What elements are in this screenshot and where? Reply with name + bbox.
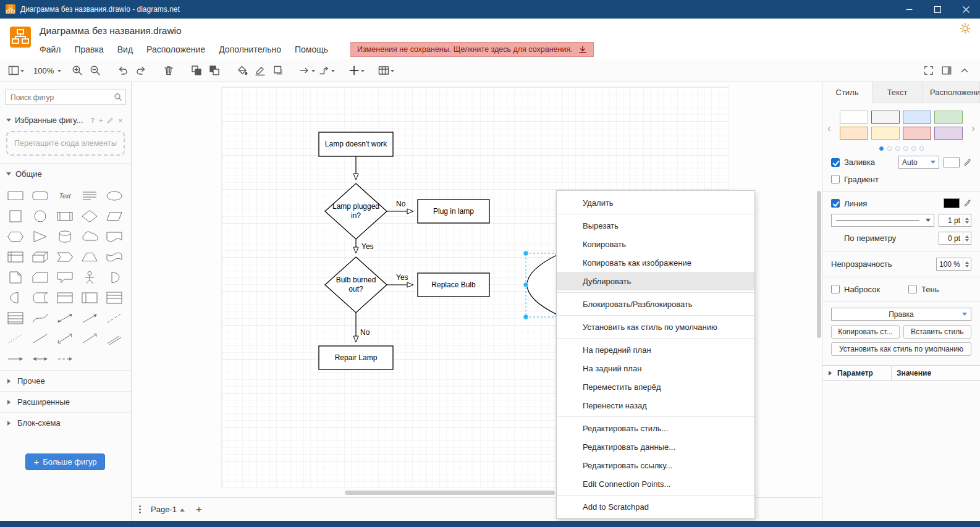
- menu-item-edit-data[interactable]: Редактировать данные...: [557, 437, 754, 456]
- shape-tool-or[interactable]: [102, 267, 127, 287]
- selection-handle[interactable]: [523, 282, 528, 287]
- pages-menu-icon[interactable]: [139, 505, 141, 513]
- shape-tool-dashed-line[interactable]: [102, 308, 127, 328]
- shape-tool-actor[interactable]: [77, 267, 102, 287]
- collapse-toolbar-button[interactable]: [957, 62, 972, 78]
- selected-shape[interactable]: [527, 255, 558, 315]
- shape-tool-bidirectional-connector[interactable]: [53, 328, 77, 348]
- shape-tool-link[interactable]: [102, 328, 127, 348]
- edit-style-select[interactable]: Правка: [831, 308, 971, 321]
- canvas-horizontal-scrollbar[interactable]: [345, 491, 555, 495]
- shape-tool-bidirectional-arrow[interactable]: [53, 308, 77, 328]
- shape-tool-list[interactable]: [102, 287, 127, 308]
- line-width-stepper[interactable]: 1 pt: [939, 214, 971, 227]
- fill-color-swatch[interactable]: [944, 158, 960, 167]
- shape-tool-rounded-rectangle[interactable]: [28, 185, 53, 206]
- line-color-button[interactable]: [253, 62, 268, 78]
- shape-tool-step[interactable]: [53, 247, 77, 267]
- property-column-header[interactable]: Параметр: [822, 366, 892, 380]
- view-toggle-button[interactable]: [7, 62, 24, 78]
- add-icon[interactable]: +: [99, 117, 103, 124]
- node-replace-label[interactable]: Replace Bulb: [418, 273, 489, 297]
- maximize-button[interactable]: [923, 0, 952, 19]
- shape-tool-diamond[interactable]: [77, 206, 102, 226]
- undo-button[interactable]: [116, 62, 130, 78]
- edge-label-yes-2[interactable]: Yes: [395, 273, 410, 282]
- sidebar-section-advanced[interactable]: Расширенные: [0, 391, 131, 412]
- node-decision2-label[interactable]: Bulb burned out?: [331, 272, 381, 297]
- shape-tool-document[interactable]: [102, 226, 127, 247]
- shape-tool-and[interactable]: [3, 287, 28, 308]
- shape-search-input[interactable]: [5, 90, 126, 105]
- menu-item-lock-unlock[interactable]: Блокировать/Разблокировать: [557, 295, 754, 313]
- page-tab[interactable]: Page-1: [151, 505, 185, 514]
- shape-tool-vertical-container[interactable]: [77, 287, 102, 308]
- shape-tool-list-item[interactable]: [3, 308, 28, 328]
- preset-page-dot[interactable]: [919, 146, 924, 151]
- style-preset-swatch[interactable]: [840, 111, 868, 124]
- shape-tool-cylinder[interactable]: [53, 226, 77, 247]
- copy-style-button[interactable]: Копировать ст...: [831, 325, 900, 339]
- preset-page-dot[interactable]: [879, 146, 884, 151]
- favorites-section-header[interactable]: Избранные фигу... ? + ×: [0, 114, 131, 127]
- style-preset-swatch[interactable]: [934, 127, 963, 140]
- style-preset-swatch[interactable]: [903, 127, 931, 140]
- preset-page-dot[interactable]: [903, 146, 908, 151]
- canvas-vertical-scrollbar[interactable]: [817, 191, 821, 338]
- style-preset-swatch[interactable]: [934, 111, 963, 124]
- stepper-arrows[interactable]: [963, 214, 971, 226]
- menu-item-edit-connection-points[interactable]: Edit Connection Points...: [557, 474, 754, 493]
- shape-tool-rectangle[interactable]: [3, 185, 28, 206]
- menu-item-edit-style[interactable]: Редактировать стиль...: [557, 419, 754, 437]
- menu-item-bring-forward[interactable]: Переместить вперёд: [557, 377, 754, 396]
- style-preset-swatch[interactable]: [871, 111, 900, 124]
- more-shapes-button[interactable]: + Больше фигур: [25, 453, 105, 470]
- shape-tool-card[interactable]: [28, 267, 53, 287]
- set-default-style-button[interactable]: Установить как стиль по умолчанию: [831, 342, 971, 356]
- shape-tool-thin-arrow[interactable]: [3, 348, 28, 369]
- fullscreen-button[interactable]: [921, 62, 936, 78]
- fill-mode-select[interactable]: Auto: [898, 156, 939, 169]
- stepper-arrows[interactable]: [963, 232, 971, 244]
- perimeter-stepper[interactable]: 0 pt: [939, 232, 971, 245]
- menu-item-edit-link[interactable]: Редактировать ссылку...: [557, 456, 754, 474]
- fill-color-edit-icon[interactable]: [964, 159, 971, 166]
- shape-tool-double-arrow[interactable]: [28, 348, 53, 369]
- shape-tool-ellipse[interactable]: [102, 185, 127, 206]
- delete-button[interactable]: [161, 62, 176, 78]
- tab-text[interactable]: Текст: [872, 82, 923, 102]
- shape-tool-callout[interactable]: [53, 267, 77, 287]
- tab-style[interactable]: Стиль: [822, 82, 872, 103]
- fill-color-button[interactable]: [235, 62, 250, 78]
- theme-toggle-icon[interactable]: [959, 22, 971, 36]
- shape-tool-dotted-line[interactable]: [3, 328, 28, 348]
- sketch-checkbox[interactable]: [831, 285, 840, 293]
- sidebar-section-general[interactable]: Общие: [0, 163, 131, 184]
- menu-item-set-as-default-style[interactable]: Установить как стиль по умолчанию: [557, 318, 754, 336]
- close-icon[interactable]: ×: [118, 117, 122, 124]
- shape-tool-tape[interactable]: [102, 247, 127, 267]
- line-color-edit-icon[interactable]: [964, 200, 971, 207]
- zoom-select[interactable]: 100%: [33, 66, 61, 75]
- node-decision1-label[interactable]: Lamp plugged in?: [331, 199, 381, 224]
- waypoint-style-button[interactable]: [318, 62, 335, 78]
- preset-page-dot[interactable]: [887, 146, 892, 151]
- connection-style-button[interactable]: [298, 62, 315, 78]
- menu-item-copy[interactable]: Копировать: [557, 235, 754, 253]
- to-back-button[interactable]: [207, 62, 222, 78]
- shape-tool-note[interactable]: [3, 267, 28, 287]
- redo-button[interactable]: [133, 62, 148, 78]
- zoom-out-button[interactable]: [88, 62, 103, 78]
- menu-help[interactable]: Помощь: [295, 44, 328, 54]
- shape-tool-trapezoid[interactable]: [77, 247, 102, 267]
- shape-tool-cloud[interactable]: [77, 226, 102, 247]
- shape-tool-textbox[interactable]: [77, 185, 102, 206]
- menu-item-send-backward[interactable]: Перенести назад: [557, 396, 754, 415]
- edge-label-yes-1[interactable]: Yes: [360, 242, 375, 251]
- selection-handle[interactable]: [523, 251, 528, 256]
- shape-tool-square[interactable]: [3, 206, 28, 226]
- menu-file[interactable]: Файл: [40, 44, 61, 54]
- edit-icon[interactable]: [107, 117, 114, 124]
- shape-tool-curve[interactable]: [28, 308, 53, 328]
- stepper-arrows[interactable]: [963, 258, 971, 270]
